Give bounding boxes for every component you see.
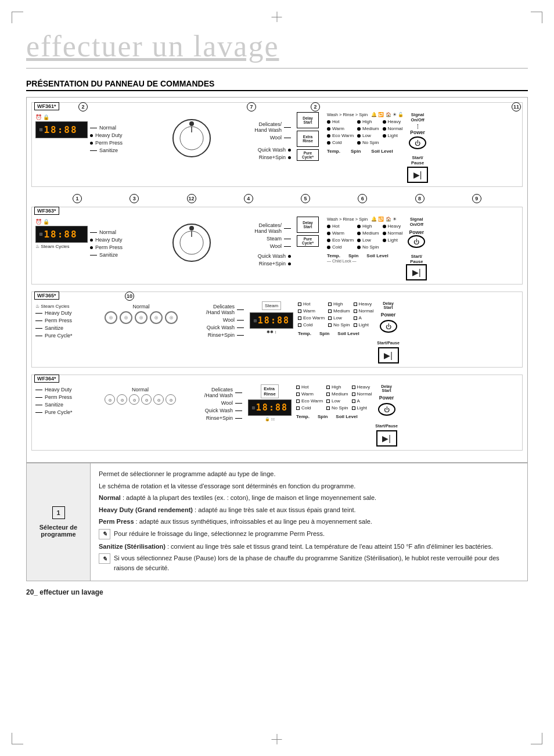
model-tag-wf361: WF361* <box>34 102 59 110</box>
cycle-labels-left-wf365: ♨ Steam Cycles Heavy Duty Perm Press San… <box>35 304 102 340</box>
model-tag-wf365: WF365* <box>34 291 59 300</box>
cycle-heavy: Heavy Duty <box>90 132 167 138</box>
corner-mark-br <box>531 733 542 744</box>
options-row-wf361: Hot Warm Eco Warm Cold High Medium Low N… <box>327 119 404 147</box>
buttons-col-wf361: SignalOn/Off Power ⏻ Start/Pause ▶| <box>407 112 428 183</box>
start-pause-btn-wf364[interactable]: ▶| <box>376 430 397 447</box>
knob-row-wf365: ◎ ◎ ◎ ◎ ◎ <box>105 311 178 324</box>
start-pause-btn-wf361[interactable]: ▶| <box>407 167 428 183</box>
display-screen-wf361: ⊞ 18:88 <box>35 121 88 138</box>
info-label-text: Sélecteur deprogramme <box>39 524 77 538</box>
model-row-wf365: WF365* 10 ♨ Steam Cycles Heavy Duty Perm… <box>31 291 523 368</box>
pure-cycle-btn-wf363[interactable]: PureCycle* <box>297 235 319 247</box>
info-section: 1 Sélecteur deprogramme Permet de sélect… <box>26 463 528 581</box>
model-row-wf363: WF363* ⏰ 🔒 ⊞ 18:88 ♨ Steam Cycles Normal <box>31 207 523 285</box>
cycle-wool: Wool <box>270 135 291 141</box>
knob-svg-wf361 <box>171 118 212 159</box>
temp-col-wf361: Hot Warm Eco Warm Cold <box>327 119 354 147</box>
cycle-steps-wf361: Wash > Rinse > Spin 🔔 🔁 🏠 ☀ 🔓 <box>327 112 404 117</box>
corner-mark-tr <box>531 12 542 23</box>
page-footer: 20_ effectuer un lavage <box>26 588 528 596</box>
pure-cycle-btn-wf361[interactable]: PureCycle* <box>297 149 319 161</box>
svg-point-6 <box>189 226 194 231</box>
steam-cycles-label-wf363: ♨ Steam Cycles <box>35 244 88 249</box>
cycle-sanitize: Sanitize <box>90 147 167 153</box>
power-btn-wf363[interactable]: ⏻ <box>408 235 425 248</box>
note-box-2: ✎ Si vous sélectionnez Pause (Pause) lor… <box>99 553 519 573</box>
section-header: PRÉSENTATION DU PANNEAU DE COMMANDES <box>26 79 528 91</box>
buttons-col-wf363: SignalOn/Off Power ⏻ Start/Pause ▶| <box>406 217 427 280</box>
options-wf364: Hot Warm Eco Warm Cold High Medium Low N… <box>296 384 372 419</box>
cycle-labels-right-wf361: Delicates/Hand Wash Wool Quick Wash Rins… <box>212 119 293 164</box>
buttons-wf364: DelayStart Power ⏻ Start/Pause ▶| <box>375 384 398 447</box>
cycle-labels-left-wf361: Normal Heavy Duty Perm Press Sanitize <box>88 123 169 157</box>
center-panel-wf363: Delay Start PureCycle* <box>293 217 322 247</box>
model-row-wf361: WF361* 2 7 2 11 ⏰ 🔒 ⊞ 18:88 Normal <box>31 102 523 187</box>
display-screen-wf364: ⊞ 18:88 <box>248 399 292 416</box>
display-screen-wf363: ⊞ 18:88 <box>35 226 88 243</box>
info-content-col: Permet de sélectionner le programme adap… <box>91 463 527 581</box>
info-label-col: 1 Sélecteur deprogramme <box>27 463 91 581</box>
model-tag-wf363: WF363* <box>34 207 59 215</box>
info-normal: Normal : adapté à la plupart des textile… <box>99 493 519 503</box>
num-7-top: 7 <box>247 102 256 111</box>
info-sanitize: Sanitize (Stérilisation) : convient au l… <box>99 542 519 552</box>
display-area-wf364: ExtraRinse ⊞ 18:88 🔒 ↕↕ <box>248 384 292 422</box>
center-top-mark <box>277 12 278 22</box>
steam-btn-wf365[interactable]: Steam <box>262 301 281 310</box>
info-num-badge: 1 <box>52 506 65 519</box>
info-desc1: Permet de sélectionner le programme adap… <box>99 469 519 479</box>
dotted-line-wf361 <box>418 124 418 129</box>
cycle-labels-right-wf363: Delicates/Hand Wash Steam Wool Quick Was… <box>212 220 293 271</box>
start-pause-btn-wf363[interactable]: ▶| <box>406 264 427 280</box>
options-row-wf363: Hot Warm Eco Warm Cold High Medium Low N… <box>327 224 402 251</box>
num-2-top-mid: 2 <box>311 102 320 111</box>
svg-point-2 <box>189 121 194 126</box>
options-wf365: Hot Warm Eco Warm Cold High Medium Low N… <box>298 301 373 336</box>
cycle-quick: Quick Wash <box>258 147 291 153</box>
bottom-numbers-wf363: 1 3 12 4 5 6 8 9 <box>31 194 523 203</box>
corner-mark-tl <box>12 12 23 23</box>
knob-svg-wf363 <box>171 222 212 263</box>
cycle-labels-left-wf363: Normal Heavy Duty Perm Press Sanitize <box>88 227 169 262</box>
info-perm: Perm Press : adapté aux tissus synthétiq… <box>99 517 519 527</box>
info-heavy: Heavy Duty (Grand rendement) : adapté au… <box>99 505 519 515</box>
display-unit-wf363: ⏰ 🔒 ⊞ 18:88 ♨ Steam Cycles <box>35 219 88 249</box>
spin-col-wf361: High Medium Low No Spin <box>357 119 379 147</box>
power-btn-wf365[interactable]: ⏻ <box>380 320 397 333</box>
knob-area-wf363 <box>171 222 212 263</box>
extra-rinse-btn-wf364[interactable]: ExtraRinse <box>261 384 278 398</box>
model-row-wf364: WF364* Heavy Duty Perm Press Sanitize Pu… <box>31 375 523 451</box>
cycle-delicates: Delicates/Hand Wash <box>254 121 291 133</box>
page-title: effectuer un lavage <box>26 29 528 69</box>
corner-mark-bl <box>12 733 23 744</box>
display-screen-wf365: ⊞ 18:88 <box>250 312 293 329</box>
num-11-top: 11 <box>512 102 521 111</box>
cycle-labels-right-wf364: Delicates/Hand Wash Wool Quick Wash Rins… <box>178 387 242 423</box>
note-box-1: ✎ Pour réduire le froissage du linge, sé… <box>99 529 519 539</box>
display-unit-wf361: ⏰ 🔒 ⊞ 18:88 <box>35 114 88 138</box>
cycle-labels-left-wf364: Heavy Duty Perm Press Sanitize Pure Cycl… <box>35 387 102 417</box>
diagram-container: WF361* 2 7 2 11 ⏰ 🔒 ⊞ 18:88 Normal <box>26 97 528 463</box>
cycle-normal: Normal <box>90 125 167 131</box>
note-icon-2: ✎ <box>99 553 110 564</box>
temp-spin-wf361: Wash > Rinse > Spin 🔔 🔁 🏠 ☀ 🔓 Hot Warm E… <box>327 112 404 154</box>
knob-area-wf361 <box>171 118 212 159</box>
power-btn-wf361[interactable]: ⏻ <box>409 136 426 149</box>
delay-start-btn[interactable]: Delay Start <box>297 112 319 128</box>
knobs-wf364: Normal ◎ ◎ ◎ ◎ ◎ ◎ <box>105 387 176 405</box>
info-desc2: Le schéma de rotation et la vitesse d'es… <box>99 481 519 491</box>
start-pause-btn-wf365[interactable]: ▶| <box>378 347 399 363</box>
center-panel-wf361: Delay Start Extra Rinse PureCycle* <box>293 112 322 161</box>
delay-start-btn-wf363[interactable]: Delay Start <box>297 217 319 233</box>
labels-row-wf361: Temp. Spin Soil Level <box>327 149 404 154</box>
center-bottom-mark <box>277 734 278 744</box>
note-icon-1: ✎ <box>99 529 110 539</box>
cycle-perm: Perm Press <box>90 140 167 146</box>
knobs-wf365: Normal ◎ ◎ ◎ ◎ ◎ <box>105 304 178 324</box>
power-btn-wf364[interactable]: ⏻ <box>378 403 395 416</box>
extra-rinse-btn-wf361[interactable]: Extra Rinse <box>297 131 319 147</box>
buttons-wf365: DelayStart Power ⏻ Start/Pause ▶| <box>377 301 400 363</box>
cycle-steps-wf363: Wash > Rinse > Spin 🔔 🔁 🏠 ☀ <box>327 217 402 222</box>
display-area-wf365: Steam ⊞ 18:88 ✱✱ ↕ <box>250 301 293 334</box>
